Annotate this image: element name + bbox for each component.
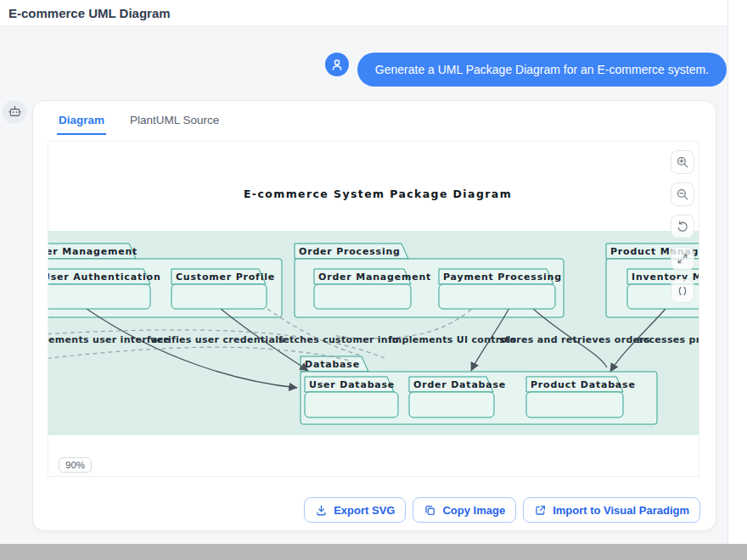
fit-view-button[interactable] [671,279,694,303]
package-customer-profile: Customer Profile [171,269,275,309]
package-label: User Authentication [48,272,161,283]
package-label: User Management [48,246,138,257]
zoom-in-button[interactable] [671,150,694,174]
diagram-actions: Export SVG Copy Image Import to Visual P… [304,497,700,523]
edge-label-implements-ui-controls: implements UI controls [389,334,517,345]
download-icon [315,504,328,517]
diagram-card: Diagram PlantUML Source E-commerce Syste… [32,100,716,531]
tab-bar: Diagram PlantUML Source [33,101,716,135]
import-visual-paradigm-label: Import to Visual Paradigm [553,504,689,517]
assistant-avatar [3,100,26,124]
edge-label-fetches-customer-info: fetches customer info [278,334,399,345]
package-label: Customer Profile [176,272,275,283]
page-title: E-commerce UML Diagram [8,6,171,20]
edge-label-stores-and-retrieves-orders: stores and retrieves orders [499,334,650,345]
fit-view-icon [676,284,689,298]
package-payment-processing: Payment Processing [439,269,562,309]
export-svg-button[interactable]: Export SVG [304,497,406,523]
diagram-title: E-commerce System Package Diagram [244,188,512,200]
package-label: User Database [309,379,395,390]
edge-label-verifies-user-credentials: verifies user credentials [150,334,284,345]
right-side-panel-strip [727,0,747,544]
user-message-row: Generate a UML Package Diagram for an E-… [325,53,727,87]
zoom-level-badge: 90% [59,457,92,473]
package-label: Product Database [531,379,636,390]
package-label: Order Processing [299,246,401,257]
copy-image-button[interactable]: Copy Image [413,497,516,523]
zoom-in-icon [676,155,689,169]
user-message-bubble: Generate a UML Package Diagram for an E-… [357,53,727,87]
package-label: Order Database [413,379,506,390]
expand-button[interactable] [671,247,694,271]
view-controls [671,150,694,303]
bottom-window-edge [0,544,747,560]
reset-view-button[interactable] [671,215,694,238]
copy-icon [424,504,436,517]
package-order-database: Order Database [409,377,506,417]
zoom-out-icon [676,188,689,201]
reset-view-icon [676,220,689,233]
uml-package-diagram: E-commerce System Package Diagram User M… [48,142,699,477]
zoom-out-button[interactable] [671,182,694,206]
tab-plantuml-source[interactable]: PlantUML Source [128,112,221,135]
export-svg-label: Export SVG [334,504,395,517]
package-user-authentication: User Authentication [48,269,161,309]
user-avatar [325,53,349,76]
import-visual-paradigm-button[interactable]: Import to Visual Paradigm [523,497,700,523]
diagram-viewport[interactable]: E-commerce System Package Diagram User M… [48,141,699,477]
package-label: Database [305,359,360,370]
page-header: E-commerce UML Diagram [0,0,727,26]
edge-label-accesses-product-data: accesses product data [637,334,699,345]
copy-image-label: Copy Image [442,504,505,517]
app-window: E-commerce UML Diagram Generate a UML Pa… [0,0,747,560]
package-label: Payment Processing [443,272,562,283]
external-link-icon [534,504,547,517]
robot-icon [8,105,22,120]
expand-icon [676,252,689,266]
package-label: Order Management [318,272,431,283]
package-product-database: Product Database [526,377,636,417]
package-user-database: User Database [305,377,398,417]
tab-diagram[interactable]: Diagram [57,112,106,135]
person-icon [328,55,346,74]
